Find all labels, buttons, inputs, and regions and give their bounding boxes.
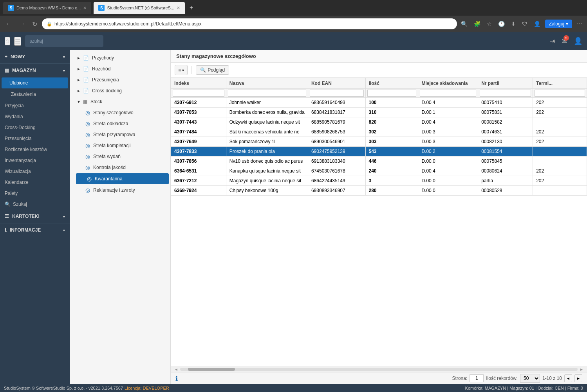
table-row[interactable]: 6367-7212Magazyn quisque lacinia neque s… [171,176,587,186]
cell-nr_partii: 00082130 [478,137,533,147]
preview-button[interactable]: 🔍 Podgląd [196,65,229,75]
left-nav-stany-szczegolowo[interactable]: ◎ Stany szczegółowo [74,107,170,118]
table-row[interactable]: 4307-7833Proszek do prania ola6902475952… [171,147,587,156]
login-chevron: ▾ [566,21,568,27]
user-icon[interactable]: 👤 [574,37,582,45]
table-row[interactable]: 4307-7649Sok pomarańczowy 1l689030054690… [171,137,587,147]
scrollbar-thumb[interactable] [188,368,235,371]
back-button[interactable]: ← [3,19,14,29]
informacje-icon: ℹ [5,227,7,233]
sidebar-item-przyjecia[interactable]: Przyjęcia [0,100,70,111]
menu-icon[interactable]: ☰ [14,37,21,46]
login-button[interactable]: Zaloguj ▾ [545,20,572,28]
left-nav-strefa-kompletacji[interactable]: ◎ Strefa kompletacji [74,140,170,151]
next-page-button[interactable]: ▸ [574,374,582,382]
left-nav-przesuniecia[interactable]: 📄 Przesunięcia [70,74,170,85]
extensions-icon[interactable]: 🧩 [472,19,482,29]
favorites-icon[interactable]: ☆ [485,19,493,29]
table-row[interactable]: 6369-7924Chipsy bekonowe 100g69308933469… [171,186,587,196]
scroll-right-btn[interactable]: ▸ [578,367,585,372]
mail-icon[interactable]: ✉ 5 [562,37,567,45]
toolbar-menu-button[interactable]: ≡ ▾ [175,65,188,75]
sidebar-kartoteki-header[interactable]: ☰ KARTOTEKI [0,210,70,223]
left-nav-kwarantanna[interactable]: ◎ Kwarantanna [76,173,169,184]
cell-miejsce: D.00.3 [418,137,478,147]
profile-icon[interactable]: 👤 [532,19,542,29]
left-nav-rozchod[interactable]: 📄 Rozchód [70,63,170,74]
sidebar-item-szukaj[interactable]: 🔍 Szukaj [0,199,70,210]
cell-nr_partii: 00081554 [478,147,533,156]
per-page-select[interactable]: 50 100 [520,374,540,383]
sidebar-item-palety[interactable]: Palety [0,188,70,199]
history-icon[interactable]: 🕐 [497,19,506,29]
cell-kod_ean: 6885908268753 [308,127,365,137]
sidebar-item-zestawienia[interactable]: Zestawienia [0,89,70,100]
browser-tab-2[interactable]: S StudioSystem.NET (c) SoftwareS... ✕ [94,2,185,14]
downloads-icon[interactable]: ⬇ [509,19,517,29]
left-nav-kontrola-jakosci[interactable]: ◎ Kontrola jakości [74,162,170,173]
browser-tab-1[interactable]: S Demo Magazyn WMS - Demo o... ✕ [3,2,91,14]
rozchod-expand-icon [78,66,80,72]
sidebar-item-ulubione[interactable]: Ulubione [2,77,68,88]
sidebar-item-rozliczenie[interactable]: Rozliczenie kosztów [0,144,70,155]
sidebar-item-kalendarze[interactable]: Kalendarze [0,177,70,188]
export-icon[interactable]: ⇥ [549,37,555,45]
scroll-left-btn[interactable]: ◂ [172,367,180,372]
table-row[interactable]: 4307-7053Bomberka donec eros nulla, grav… [171,108,587,117]
horizontal-scrollbar[interactable] [180,368,578,371]
filter-nazwa[interactable] [228,90,306,97]
left-nav-strefa-odkladcza[interactable]: ◎ Strefa odkładcza [74,118,170,129]
home-icon[interactable]: ⌂ [5,37,10,45]
sidebar-item-cross-docking[interactable]: Cross-Docking [0,122,70,133]
prev-page-button[interactable]: ◂ [564,374,572,382]
tab2-close-icon[interactable]: ✕ [177,5,180,11]
filter-miejsce[interactable] [420,90,476,97]
filter-indeks[interactable] [173,90,224,97]
kontrola-jakosci-dot: ◎ [85,164,90,171]
cell-ilosc: 303 [365,137,418,147]
wydania-label: Wydania [5,114,23,119]
search-input[interactable] [25,35,103,47]
sidebar-magazyn-header[interactable]: ▦ MAGAZYN [0,64,70,77]
refresh-button[interactable]: ↻ [30,19,40,29]
new-tab-button[interactable]: + [187,4,195,11]
sidebar-item-przesuniecia[interactable]: Przesunięcia [0,133,70,144]
left-nav-stock[interactable]: ▾ ▦ Stock [70,96,170,107]
filter-termin[interactable] [535,90,585,97]
table-row[interactable]: 4307-7856Nv10 usb donec quis odio ac pur… [171,156,587,166]
filter-kod-ean[interactable] [310,90,364,97]
records-label: Ilość rekordów: [486,376,518,381]
filter-nr-partii[interactable] [480,90,531,97]
table-row[interactable]: 4307-6912Johnnie walker6836591640493100D… [171,98,587,108]
security-icon[interactable]: 🛡 [520,19,529,29]
left-nav-cross-docking[interactable]: 📄 Cross docking [70,85,170,96]
cell-kod_ean: 6838421831817 [308,108,365,117]
left-nav-strefa-wydan[interactable]: ◎ Strefa wydań [74,151,170,162]
magazyn-chevron [63,68,65,73]
search-nav-icon[interactable]: 🔍 [459,19,469,29]
sidebar-nowy-header[interactable]: + NOWY [0,50,70,63]
col-nazwa: Nazwa [226,78,308,89]
info-icon[interactable]: ℹ [175,375,178,382]
sidebar-item-wydania[interactable]: Wydania [0,111,70,122]
table-row[interactable]: 6364-6531Kanapka quisque lacinia neque s… [171,166,587,176]
left-nav-reklamacje-zwroty[interactable]: ◎ Reklamacje i zwroty [74,185,170,196]
forward-button[interactable]: → [16,19,27,29]
left-nav-strefa-przyrampowa[interactable]: ◎ Strefa przyrampowa [74,129,170,140]
address-bar[interactable]: 🔒 https://studiosystemdemo.softwarestudi… [42,18,457,29]
toolbar: ≡ ▾ 🔍 Podgląd [171,63,587,78]
sidebar-item-wizualizacja[interactable]: Wizualizacja [0,166,70,177]
table-row[interactable]: 4307-7443Odżywki quisque lacinia neque s… [171,117,587,127]
sidebar-informacje-header[interactable]: ℹ INFORMACJE [0,223,70,237]
more-options-icon[interactable]: ⋯ [575,19,584,29]
sidebar-item-inwentaryzacja[interactable]: Inwentaryzacja [0,155,70,166]
filter-ilosc[interactable] [367,90,417,97]
stock-label: Stock [90,99,102,104]
nowy-label: NOWY [11,54,25,59]
left-nav-przychody[interactable]: 📄 Przychody [70,52,170,63]
page-number-input[interactable] [470,374,484,382]
address-text: https://studiosystemdemo.softwarestudio.… [54,21,452,27]
cell-nazwa: Chipsy bekonowe 100g [226,186,308,196]
table-row[interactable]: 4307-7484Stalki maecenas vehicula ante n… [171,127,587,137]
tab1-close-icon[interactable]: ✕ [83,5,87,11]
